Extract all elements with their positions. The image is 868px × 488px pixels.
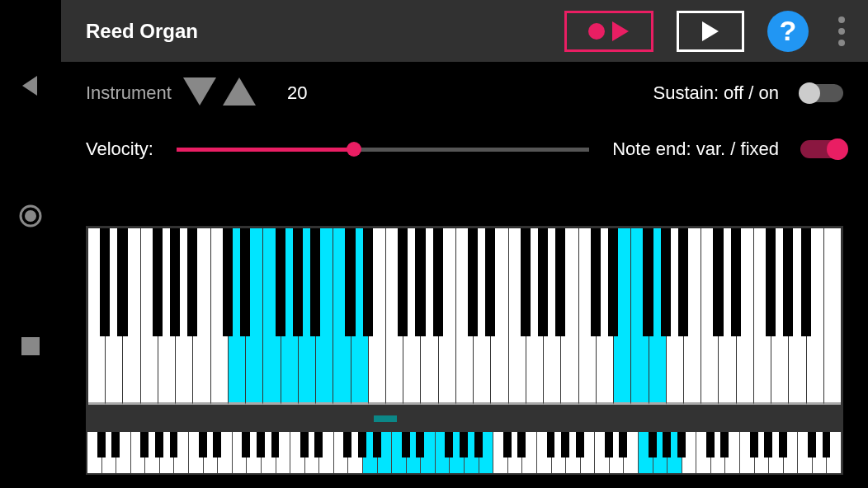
- mini-black-key[interactable]: [373, 432, 381, 458]
- black-key[interactable]: [713, 228, 723, 336]
- white-key[interactable]: [631, 228, 649, 405]
- mini-black-key[interactable]: [605, 432, 613, 458]
- instrument-decrement-button[interactable]: [183, 77, 216, 109]
- mini-black-key[interactable]: [257, 432, 265, 458]
- black-key[interactable]: [521, 228, 531, 336]
- mini-white-key[interactable]: [493, 432, 508, 473]
- black-key[interactable]: [100, 228, 110, 336]
- sustain-toggle[interactable]: [800, 84, 843, 102]
- black-key[interactable]: [538, 228, 548, 336]
- white-key[interactable]: [333, 228, 351, 405]
- record-and-play-button[interactable]: [564, 11, 653, 52]
- mini-black-key[interactable]: [213, 432, 221, 458]
- mini-black-key[interactable]: [576, 432, 584, 458]
- mini-black-key[interactable]: [111, 432, 120, 458]
- mini-black-key[interactable]: [460, 432, 468, 458]
- white-key[interactable]: [701, 228, 719, 405]
- record-circle-button[interactable]: [19, 204, 42, 228]
- mini-white-key[interactable]: [87, 432, 102, 473]
- mini-white-key[interactable]: [233, 432, 248, 473]
- piano-keyboard-overview[interactable]: [86, 430, 843, 475]
- mini-black-key[interactable]: [720, 432, 729, 458]
- scroll-handle[interactable]: [374, 415, 397, 422]
- black-key[interactable]: [153, 228, 163, 336]
- white-key[interactable]: [579, 228, 597, 405]
- mini-black-key[interactable]: [271, 432, 280, 458]
- black-key[interactable]: [398, 228, 408, 336]
- black-key[interactable]: [187, 228, 197, 336]
- noteend-toggle[interactable]: [800, 140, 843, 158]
- mini-black-key[interactable]: [155, 432, 163, 458]
- mini-black-key[interactable]: [416, 432, 424, 458]
- white-key[interactable]: [386, 228, 403, 405]
- black-key[interactable]: [223, 228, 233, 336]
- black-key[interactable]: [555, 228, 565, 336]
- mini-black-key[interactable]: [779, 432, 787, 458]
- mini-white-key[interactable]: [696, 432, 711, 473]
- mini-black-key[interactable]: [402, 432, 410, 458]
- mini-black-key[interactable]: [706, 432, 715, 458]
- mini-black-key[interactable]: [474, 432, 483, 458]
- mini-black-key[interactable]: [561, 432, 569, 458]
- black-key[interactable]: [661, 228, 671, 336]
- white-key[interactable]: [141, 228, 158, 405]
- white-key[interactable]: [456, 228, 474, 405]
- white-key[interactable]: [263, 228, 281, 405]
- mini-black-key[interactable]: [170, 432, 178, 458]
- mini-white-key[interactable]: [189, 432, 204, 473]
- back-button[interactable]: [19, 74, 42, 97]
- mini-white-key[interactable]: [537, 432, 552, 473]
- mini-black-key[interactable]: [547, 432, 555, 458]
- black-key[interactable]: [801, 228, 811, 336]
- black-key[interactable]: [766, 228, 776, 336]
- black-key[interactable]: [643, 228, 653, 336]
- mini-black-key[interactable]: [199, 432, 207, 458]
- white-key[interactable]: [88, 228, 106, 405]
- black-key[interactable]: [345, 228, 355, 336]
- mini-black-key[interactable]: [677, 432, 686, 458]
- black-key[interactable]: [783, 228, 793, 336]
- mini-white-key[interactable]: [639, 432, 653, 473]
- instrument-increment-button[interactable]: [223, 77, 256, 109]
- mini-black-key[interactable]: [314, 432, 323, 458]
- mini-black-key[interactable]: [358, 432, 366, 458]
- mini-black-key[interactable]: [503, 432, 512, 458]
- black-key[interactable]: [591, 228, 601, 336]
- white-key[interactable]: [211, 228, 229, 405]
- black-key[interactable]: [240, 228, 250, 336]
- black-key[interactable]: [117, 228, 127, 336]
- mini-black-key[interactable]: [300, 432, 309, 458]
- black-key[interactable]: [608, 228, 618, 336]
- mini-white-key[interactable]: [595, 432, 610, 473]
- mini-white-key[interactable]: [436, 432, 451, 473]
- mini-black-key[interactable]: [649, 432, 657, 458]
- mini-white-key[interactable]: [392, 432, 407, 473]
- black-key[interactable]: [433, 228, 443, 336]
- mini-black-key[interactable]: [343, 432, 351, 458]
- black-key[interactable]: [170, 228, 180, 336]
- mini-black-key[interactable]: [445, 432, 453, 458]
- black-key[interactable]: [310, 228, 320, 336]
- mini-white-key[interactable]: [740, 432, 755, 473]
- black-key[interactable]: [678, 228, 688, 336]
- mini-black-key[interactable]: [517, 432, 526, 458]
- mini-black-key[interactable]: [97, 432, 106, 458]
- white-key[interactable]: [824, 228, 841, 405]
- velocity-slider[interactable]: [177, 148, 589, 152]
- mini-black-key[interactable]: [619, 432, 627, 458]
- mini-white-key[interactable]: [334, 432, 349, 473]
- black-key[interactable]: [485, 228, 495, 336]
- mini-black-key[interactable]: [823, 432, 831, 458]
- mini-white-key[interactable]: [131, 432, 146, 473]
- black-key[interactable]: [363, 228, 373, 336]
- black-key[interactable]: [415, 228, 425, 336]
- mini-black-key[interactable]: [140, 432, 149, 458]
- piano-keyboard[interactable]: [86, 226, 843, 407]
- mini-black-key[interactable]: [764, 432, 772, 458]
- stop-square-button[interactable]: [19, 335, 42, 358]
- overflow-menu-button[interactable]: [832, 10, 851, 53]
- mini-black-key[interactable]: [808, 432, 816, 458]
- mini-white-key[interactable]: [798, 432, 813, 473]
- mini-white-key[interactable]: [290, 432, 305, 473]
- black-key[interactable]: [276, 228, 285, 336]
